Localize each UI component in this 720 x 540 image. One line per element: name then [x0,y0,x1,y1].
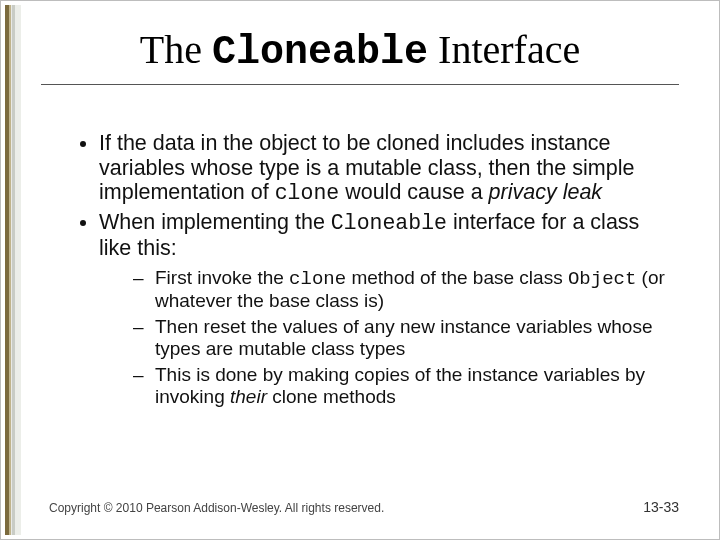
sub-bullet-item: This is done by making copies of the ins… [139,364,674,408]
text-run: method of the base class [346,267,568,288]
title-code: Cloneable [212,30,428,75]
sub-bullet-list: First invoke the clone method of the bas… [99,267,674,408]
bullet-item: If the data in the object to be cloned i… [99,131,674,206]
sub-bullet-item: Then reset the values of any new instanc… [139,316,674,360]
title-post: Interface [428,27,580,72]
slide: The Cloneable Interface If the data in t… [0,0,720,540]
bullet-list: If the data in the object to be cloned i… [71,131,674,408]
text-run: Then reset the values of any new instanc… [155,316,652,359]
text-run: When implementing the [99,210,331,234]
text-run: clone [275,181,340,205]
slide-title: The Cloneable Interface [41,29,679,85]
page-number: 13-33 [643,499,679,515]
slide-body: If the data in the object to be cloned i… [71,131,674,412]
decorative-left-band [5,5,21,535]
text-run: would cause a [339,180,488,204]
text-run: their [230,386,267,407]
sub-bullet-item: First invoke the clone method of the bas… [139,267,674,313]
text-run: clone [289,268,346,290]
text-run: clone methods [267,386,396,407]
title-pre: The [140,27,212,72]
copyright-text: Copyright © 2010 Pearson Addison-Wesley.… [49,501,384,515]
text-run: Cloneable [331,211,447,235]
text-run: Object [568,268,636,290]
bullet-item: When implementing the Cloneable interfac… [99,210,674,408]
text-run: privacy leak [489,180,603,204]
text-run: This is done by making copies of the ins… [155,364,645,407]
text-run: First invoke the [155,267,289,288]
